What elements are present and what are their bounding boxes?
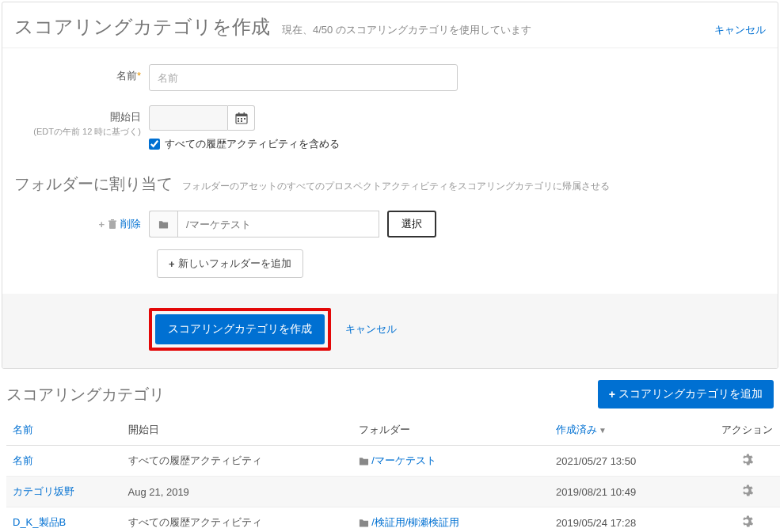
gear-icon[interactable] — [741, 516, 753, 530]
date-input-group — [149, 105, 766, 131]
svg-rect-5 — [241, 118, 242, 120]
svg-rect-4 — [238, 118, 239, 120]
col-name[interactable]: 名前 — [6, 415, 122, 446]
row-start: すべての履歴アクティビティ — [122, 446, 352, 477]
assign-subtitle: フォルダーのアセットのすべてのプロスペクトアクティビティをスコアリングカテゴリに… — [182, 180, 610, 193]
folder-icon — [158, 220, 169, 229]
include-history-checkbox[interactable] — [149, 139, 160, 150]
svg-rect-1 — [236, 114, 247, 116]
calendar-button[interactable] — [228, 105, 255, 131]
cancel-link-top[interactable]: キャンセル — [714, 23, 766, 37]
footer-bar: スコアリングカテゴリを作成 キャンセル — [2, 294, 778, 368]
add-folder-label: 新しいフォルダーを追加 — [178, 256, 291, 271]
folder-addon-icon — [149, 211, 177, 238]
list-section: スコアリングカテゴリ +スコアリングカテゴリを追加 名前 開始日 フォルダー 作… — [0, 369, 780, 532]
name-row: 名前* — [14, 64, 766, 91]
folder-input-group: 選択 — [149, 211, 436, 238]
assign-section-head: フォルダーに割り当て フォルダーのアセットのすべてのプロスペクトアクティビティを… — [14, 165, 766, 195]
plus-icon: + — [169, 258, 175, 270]
footer-inner: スコアリングカテゴリを作成 キャンセル — [149, 308, 766, 351]
row-folder: /検証用/柳瀬検証用 — [352, 507, 550, 533]
highlight-frame: スコアリングカテゴリを作成 — [149, 308, 331, 351]
row-start: すべての履歴アクティビティ — [122, 507, 352, 533]
select-folder-button[interactable]: 選択 — [387, 211, 436, 238]
table-row: 名前すべての履歴アクティビティ /マーケテスト2021/05/27 13:50 — [6, 446, 780, 477]
col-start[interactable]: 開始日 — [122, 415, 352, 446]
add-folder-button[interactable]: +新しいフォルダーを追加 — [157, 249, 303, 278]
svg-rect-6 — [244, 118, 245, 120]
table-header-row: 名前 開始日 フォルダー 作成済み▼ アクション — [6, 415, 780, 446]
row-actions — [714, 507, 780, 533]
svg-rect-7 — [238, 120, 239, 122]
start-date-sublabel: (EDTの午前 12 時に基づく) — [14, 126, 141, 138]
col-actions: アクション — [714, 415, 780, 446]
folder-path-input[interactable] — [177, 211, 379, 238]
gear-icon[interactable] — [741, 485, 753, 499]
cancel-link-bottom[interactable]: キャンセル — [345, 322, 397, 336]
folder-icon — [359, 519, 369, 527]
row-name-link[interactable]: 名前 — [13, 454, 33, 466]
create-category-button[interactable]: スコアリングカテゴリを作成 — [155, 314, 325, 344]
svg-rect-9 — [109, 222, 116, 229]
gear-icon[interactable] — [741, 454, 753, 468]
row-start: Aug 21, 2019 — [122, 477, 352, 507]
row-created: 2019/08/21 10:49 — [550, 477, 714, 507]
svg-rect-8 — [241, 120, 242, 122]
list-header: スコアリングカテゴリ +スコアリングカテゴリを追加 — [6, 380, 780, 415]
start-date-input[interactable] — [149, 105, 228, 131]
start-date-label: 開始日 (EDTの午前 12 時に基づく) — [14, 105, 149, 138]
start-date-row: 開始日 (EDTの午前 12 時に基づく) すべての履歴アクティビティを含める — [14, 105, 766, 151]
row-created: 2021/05/27 13:50 — [550, 446, 714, 477]
include-history-row: すべての履歴アクティビティを含める — [149, 137, 766, 151]
col-folder[interactable]: フォルダー — [352, 415, 550, 446]
row-folder — [352, 477, 550, 507]
name-input[interactable] — [149, 64, 458, 91]
row-actions — [714, 477, 780, 507]
page-subtitle: 現在、4/50 のスコアリングカテゴリを使用しています — [282, 23, 531, 37]
row-name-link[interactable]: D_K_製品B — [13, 516, 66, 528]
page-title: スコアリングカテゴリを作成 — [14, 14, 270, 40]
sort-desc-icon: ▼ — [599, 426, 607, 435]
row-folder: /マーケテスト — [352, 446, 550, 477]
table-row: カテゴリ坂野Aug 21, 20192019/08/21 10:49 — [6, 477, 780, 507]
row-actions — [714, 446, 780, 477]
category-table: 名前 開始日 フォルダー 作成済み▼ アクション 名前すべての履歴アクティビティ… — [6, 415, 780, 532]
row-name-link[interactable]: カテゴリ坂野 — [13, 485, 74, 497]
svg-rect-3 — [243, 112, 245, 115]
delete-link[interactable]: 削除 — [120, 217, 141, 231]
svg-rect-10 — [108, 220, 116, 222]
svg-rect-11 — [111, 219, 114, 221]
add-category-label: スコアリングカテゴリを追加 — [618, 387, 763, 401]
row-created: 2019/05/24 17:28 — [550, 507, 714, 533]
trash-icon[interactable] — [108, 219, 117, 230]
name-label: 名前* — [14, 64, 149, 83]
include-history-label: すべての履歴アクティビティを含める — [165, 137, 340, 151]
table-row: D_K_製品Bすべての履歴アクティビティ /検証用/柳瀬検証用2019/05/2… — [6, 507, 780, 533]
calendar-icon — [235, 112, 248, 124]
panel-header-left: スコアリングカテゴリを作成 現在、4/50 のスコアリングカテゴリを使用していま… — [14, 14, 531, 40]
row-folder-link[interactable]: /マーケテスト — [371, 454, 436, 466]
plus-icon[interactable]: + — [98, 218, 105, 230]
start-date-label-text: 開始日 — [110, 111, 141, 123]
row-folder-link[interactable]: /検証用/柳瀬検証用 — [371, 516, 459, 528]
add-category-button[interactable]: +スコアリングカテゴリを追加 — [598, 380, 774, 408]
list-title: スコアリングカテゴリ — [6, 384, 165, 405]
create-category-panel: スコアリングカテゴリを作成 現在、4/50 のスコアリングカテゴリを使用していま… — [2, 2, 778, 369]
panel-header: スコアリングカテゴリを作成 現在、4/50 のスコアリングカテゴリを使用していま… — [2, 2, 778, 48]
folder-row: + 削除 選択 — [14, 211, 766, 238]
assign-title: フォルダーに割り当て — [14, 173, 173, 195]
folder-row-actions: + 削除 — [14, 217, 149, 231]
plus-icon: + — [609, 388, 615, 401]
svg-rect-2 — [238, 112, 240, 115]
form-area: 名前* 開始日 (EDTの午前 12 時に基づく) すべての履歴アクテ — [2, 48, 778, 294]
folder-icon — [359, 457, 369, 466]
col-created[interactable]: 作成済み▼ — [550, 415, 714, 446]
